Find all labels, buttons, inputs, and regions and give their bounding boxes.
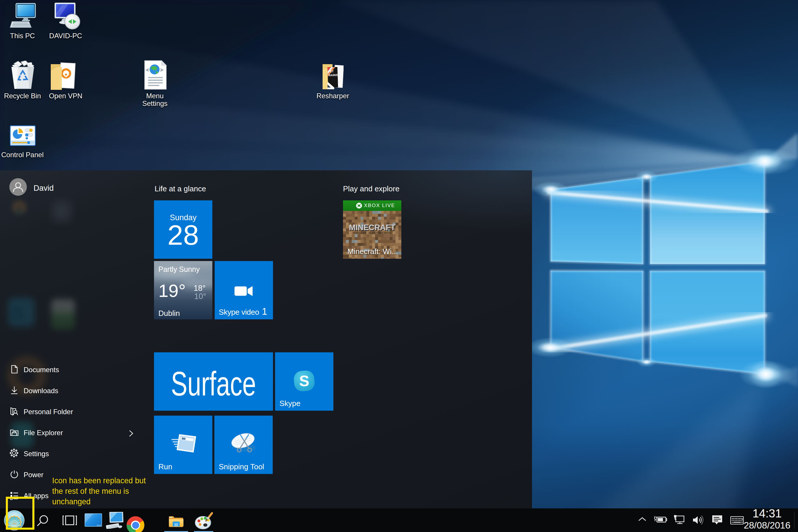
svg-text:RAINS: RAINS [329, 73, 338, 77]
svg-text:ET: ET [330, 70, 334, 73]
